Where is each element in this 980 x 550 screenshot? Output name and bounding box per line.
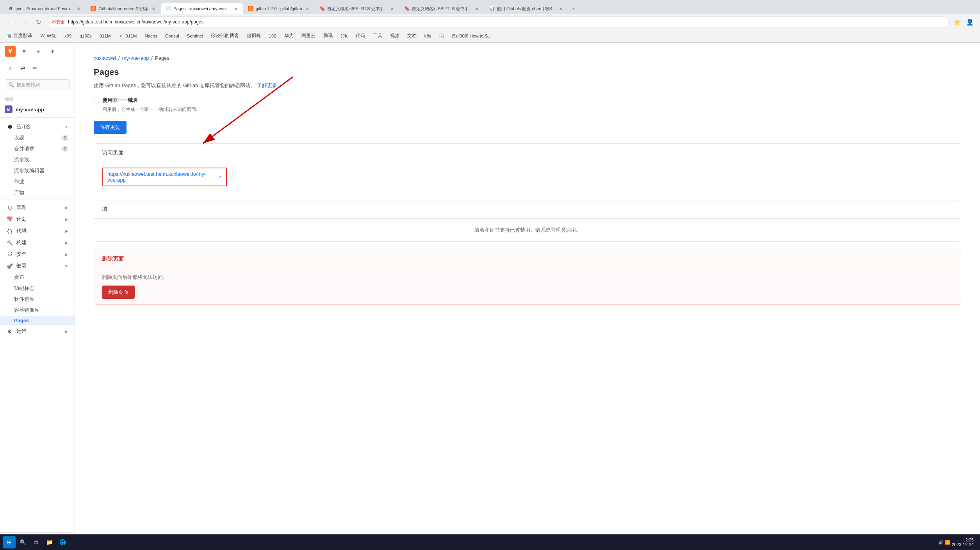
nav-security[interactable]: 🛡 安全 ▶ [0, 248, 75, 260]
bookmark-nacos[interactable]: Nacos [141, 33, 160, 39]
sidebar-toggle-btn[interactable]: ≡ [19, 46, 30, 57]
back-button[interactable]: ← [5, 16, 16, 27]
bookmark-wsl[interactable]: W WSL [37, 32, 60, 39]
bookmark-consul[interactable]: Consul [162, 33, 182, 39]
explorer-button[interactable]: 📁 [43, 536, 55, 548]
nav-feature-flags[interactable]: 功能标志 [0, 283, 75, 294]
unique-domain-checkbox[interactable] [94, 98, 99, 103]
nav-subscribed[interactable]: ⬢ 已订选 ▼ [0, 121, 75, 132]
tab-ssl1[interactable]: 🔖 自定义域名和SSL/TLS 证书 | ... ✕ [315, 3, 399, 14]
bookmark-how[interactable]: (5) [008] How to S... [449, 33, 495, 39]
url-bar[interactable]: 不安全 https://gitlab.test.helm.xuxiaowei.c… [47, 16, 949, 27]
tab-close-pages[interactable]: ✕ [233, 6, 239, 11]
nav-ops[interactable]: ⚙ 运维 ▶ [0, 325, 75, 337]
nav-pages-label: Pages [14, 318, 29, 323]
nav-registry[interactable]: 容器镜像库 [0, 305, 75, 316]
nav-pipeline[interactable]: 流水线 [0, 154, 75, 165]
tab-pages-active[interactable]: 📄 Pages · xuxiaowei / my-vue-... ✕ [161, 3, 243, 14]
bookmark-video[interactable]: 视频 [387, 32, 403, 39]
tab-close-gitlab-k8s[interactable]: ✕ [151, 6, 156, 11]
bookmark-label-aliyun: 阿里云 [301, 33, 315, 39]
nav-build[interactable]: 🔨 构建 ▶ [0, 237, 75, 248]
learn-more-link[interactable]: 了解更多。 [257, 82, 282, 88]
breadcrumb-xuxiaowei[interactable]: xuxiaowei [94, 55, 116, 61]
bookmark-baidu[interactable]: 百 百度翻译 [3, 32, 35, 39]
refresh-button[interactable]: ↻ [33, 16, 44, 27]
bookmark-aliyun[interactable]: 阿里云 [298, 32, 319, 39]
deploy-icon: 🚀 [6, 262, 13, 270]
extensions-button[interactable]: ⭐ [952, 16, 963, 27]
tab-globals[interactable]: 📊 使用 Globals 配置 chart | 极S... ✕ [484, 3, 568, 14]
date-display: 2023-12-24 [952, 542, 974, 547]
bookmark-vm[interactable]: 虚拟机 [244, 32, 264, 39]
start-button[interactable]: ⊞ [3, 536, 16, 548]
tab-close-globals[interactable]: ✕ [558, 6, 563, 11]
deploy-arrow: ▼ [64, 264, 68, 268]
save-button[interactable]: 保存更改 [94, 121, 127, 134]
nav-release[interactable]: 发布 [0, 272, 75, 283]
code-arrow: ▶ [65, 229, 68, 233]
access-url-field: https://xuxiaowei.test.helm.xuxiaowei.io… [102, 168, 227, 186]
tab-close-pve[interactable]: ✕ [76, 6, 81, 11]
project-name-row[interactable]: M my-vue-app [5, 105, 70, 114]
delete-pages-button[interactable]: 删除页面 [102, 286, 135, 299]
bookmark-label-k8s: k8s [424, 34, 431, 38]
nav-admin[interactable]: ⬡ 管理 ▶ [0, 202, 75, 213]
search-btn-sidebar[interactable]: ⊞ [47, 46, 58, 57]
bookmark-bi[interactable]: 比 [436, 32, 447, 39]
bookmark-tencent[interactable]: 腾讯 [320, 32, 336, 39]
bookmark-g150s[interactable]: g150s [76, 33, 94, 39]
domain-section-header: 域 [94, 200, 961, 219]
new-tab-button[interactable]: + [568, 3, 579, 14]
bookmark-blog[interactable]: 徐晓伟的博客 [208, 32, 242, 39]
tab-close-gitlab770[interactable]: ✕ [305, 6, 310, 11]
tab-gitlab770[interactable]: G gitlab 7.7.0 · gitlab/gitlab ✕ [243, 3, 315, 14]
bookmark-192[interactable]: 192 [265, 33, 279, 39]
nav-artifacts[interactable]: 产物 [0, 187, 75, 198]
sidebar-search-input[interactable]: 🔍 搜索或转到… [5, 79, 70, 90]
clock[interactable]: 2:25 2023-12-24 [952, 538, 974, 547]
nav-plan[interactable]: 📅 计划 ▶ [0, 213, 75, 225]
tab-ssl2[interactable]: 🔖 自定义域名和SSL/TLS 证书 | ... ✕ [399, 3, 484, 14]
nav-deploy[interactable]: 🚀 部署 ▼ [0, 260, 75, 272]
breadcrumb: xuxiaowei / my-vue-app / Pages [94, 55, 961, 61]
breadcrumb-my-vue-app[interactable]: my-vue-app [122, 55, 149, 61]
tab-gitlab-k8s[interactable]: G GitLab/Kubernetes 知识库 ✕ [86, 3, 161, 14]
bookmark-todo[interactable]: ✓ 911M [116, 32, 140, 39]
external-link-icon: ↗ [217, 174, 221, 180]
bookmark-k8s[interactable]: k8s [421, 33, 435, 39]
search-taskbar-button[interactable]: 🔍 [16, 536, 29, 548]
nav-code[interactable]: { } 代码 ▶ [0, 225, 75, 237]
nav-mr[interactable]: 合并请求 0 [0, 143, 75, 154]
profile-button[interactable]: 👤 [964, 16, 975, 27]
nav-issues[interactable]: 议题 0 [0, 132, 75, 143]
nav-pages[interactable]: Pages [0, 316, 75, 325]
page-title: Pages [94, 67, 961, 77]
bookmark-sentinel[interactable]: Sentinel [184, 33, 207, 39]
access-url-link[interactable]: https://xuxiaowei.test.helm.xuxiaowei.io… [107, 171, 214, 183]
bookmark-huawei[interactable]: 华为 [281, 32, 297, 39]
bookmark-code[interactable]: 代码 [353, 32, 368, 39]
bookmark-docs[interactable]: 文档 [404, 32, 420, 39]
taskview-button[interactable]: ⧉ [30, 536, 42, 548]
edit-icon-btn[interactable]: ✏ [30, 62, 41, 73]
nav-pipeline-editor[interactable]: 流水线编辑器 [0, 165, 75, 176]
bookmark-tools[interactable]: 工具 [370, 32, 385, 39]
nav-packages[interactable]: 软件包库 [0, 294, 75, 305]
unique-domain-hint: 启用后，会生成一个唯一一的域名来访问页面。 [94, 106, 961, 113]
tab-close-ssl2[interactable]: ✕ [474, 6, 479, 11]
bookmark-x99[interactable]: x99 [61, 33, 75, 39]
tab-close-ssl1[interactable]: ✕ [389, 6, 395, 11]
mr-icon-btn[interactable]: ⇌ [17, 62, 28, 73]
tab-pve[interactable]: 🖥 pve - Proxmox Virtual Enviro... ✕ [3, 3, 86, 14]
nav-jobs[interactable]: 作业 [0, 176, 75, 187]
unique-domain-group: 使用唯一一域名 启用后，会生成一个唯一一的域名来访问页面。 [94, 97, 961, 113]
tab-title-ssl2: 自定义域名和SSL/TLS 证书 | ... [412, 6, 472, 12]
bookmark-911m[interactable]: 911M [96, 33, 114, 39]
issues-icon-btn[interactable]: ○ [5, 62, 16, 73]
new-item-btn[interactable]: + [33, 46, 44, 57]
edge-button[interactable]: 🌐 [56, 536, 69, 548]
forward-button[interactable]: → [19, 16, 30, 27]
bookmark-jjk[interactable]: JJK [337, 33, 351, 39]
gitlab-logo[interactable] [5, 46, 16, 57]
